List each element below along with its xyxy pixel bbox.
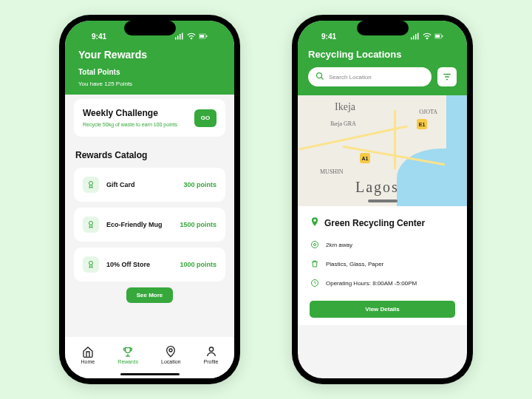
clock-icon [310,279,320,287]
locations-title: Recycling Locations [308,49,457,60]
catalog-item-gift-card[interactable]: Gift Card 300 points [74,168,225,202]
catalog-item-points: 300 points [183,181,216,188]
svg-rect-0 [175,38,177,40]
rewards-phone: 9:41 Your Rewards Total Points You have … [59,15,240,384]
reward-icon [83,177,99,193]
status-time: 9:41 [321,33,336,41]
map-label-lagos: Lagos [355,179,399,196]
challenge-card[interactable]: Weekly Challenge Recycle 50kg of waste t… [74,99,225,137]
profile-icon [205,346,217,358]
nav-profile[interactable]: Profile [204,346,219,364]
catalog-item-points: 1000 points [180,261,216,268]
catalog-item-mug[interactable]: Eco-Friendly Mug 1500 points [74,208,225,242]
view-details-button[interactable]: View Details [310,301,455,318]
svg-point-21 [317,73,322,78]
battery-icon [199,33,208,40]
svg-rect-16 [417,33,419,40]
status-time: 9:41 [92,33,106,41]
filter-button[interactable] [437,67,457,86]
catalog-title: Rewards Catalog [75,150,225,160]
wifi-icon [423,33,432,40]
svg-rect-13 [411,38,412,40]
svg-rect-19 [435,35,440,38]
signal-icon [175,33,184,40]
rewards-body: Weekly Challenge Recycle 50kg of waste t… [65,95,234,312]
nav-label: Location [161,359,180,364]
nav-label: Profile [204,359,219,364]
map-label-mushin: MUSHIN [320,168,344,175]
pin-icon [310,216,320,230]
catalog-item-discount[interactable]: 10% Off Store 1000 points [74,248,225,282]
see-more-button[interactable]: See More [126,287,174,303]
status-icons [411,33,443,40]
svg-point-9 [89,222,93,225]
distance-icon [310,240,320,249]
svg-point-4 [191,38,192,39]
location-materials: Plastics, Glass, Paper [326,261,383,267]
catalog-item-label: Eco-Friendly Mug [106,221,172,228]
location-title-row: Green Recycling Center [310,216,455,230]
nav-label: Rewards [117,359,138,364]
total-points-label: Total Points [78,68,221,76]
challenge-text: Weekly Challenge Recycle 50kg of waste t… [83,108,177,128]
rewards-screen: 9:41 Your Rewards Total Points You have … [65,21,234,378]
search-input[interactable]: Search Location [308,67,432,86]
status-icons [175,33,208,40]
svg-point-17 [426,38,428,39]
svg-point-11 [169,349,172,352]
svg-rect-6 [200,35,204,38]
location-hours-row: Operating Hours: 8:00AM -5:00PM [310,279,455,287]
svg-point-10 [89,262,93,265]
location-materials-row: Plastics, Glass, Paper [310,259,455,268]
svg-point-12 [209,347,213,351]
map-label-ikeja: Ikeja [335,101,355,113]
locations-phone: 9:41 Recycling Locations Search Location [292,15,473,384]
sheet-drag-handle[interactable] [368,200,398,202]
reward-icon [83,256,99,273]
svg-point-26 [314,244,316,246]
challenge-desc: Recycle 50kg of waste to earn 100 points [83,121,177,128]
home-indicator [120,373,180,375]
location-detail-card: Green Recycling Center 2km away Plastics… [298,206,467,325]
svg-rect-3 [182,33,183,40]
points-count: You have 125 Points [78,81,221,87]
location-icon [165,346,177,358]
map-view[interactable]: E1 A1 Ikeja OJOTA Ikeja GRA MUSHIN Lagos [298,95,467,206]
home-icon [82,346,94,358]
signal-icon [411,33,420,40]
svg-rect-15 [415,34,417,40]
location-distance-row: 2km away [310,240,455,249]
nav-rewards[interactable]: Rewards [117,346,138,364]
phone-notch [124,21,176,35]
map-road [394,110,396,169]
trash-icon [310,259,320,268]
challenge-title: Weekly Challenge [83,108,177,118]
svg-rect-2 [180,34,181,40]
reward-icon [83,216,99,233]
road-shield: A1 [360,153,370,163]
wifi-icon [187,33,196,40]
nav-location[interactable]: Location [161,346,180,364]
svg-point-8 [89,182,93,185]
catalog-item-label: 10% Off Store [106,261,172,268]
battery-icon [434,33,443,40]
nav-label: Home [81,359,95,364]
phone-notch [357,21,409,35]
location-name: Green Recycling Center [324,218,425,228]
catalog-item-label: Gift Card [106,181,176,188]
search-row: Search Location [308,67,457,86]
locations-screen: 9:41 Recycling Locations Search Location [298,21,467,378]
rewards-title: Your Rewards [78,49,221,61]
trophy-icon [122,346,134,358]
svg-rect-1 [177,35,179,39]
svg-rect-20 [442,35,443,37]
svg-rect-7 [206,35,207,37]
location-hours: Operating Hours: 8:00AM -5:00PM [326,280,417,287]
search-icon [316,70,324,83]
nav-home[interactable]: Home [81,346,95,364]
road-shield: E1 [417,119,427,129]
map-label-gra: Ikeja GRA [330,120,356,127]
go-button[interactable]: GO [194,109,216,127]
bottom-nav: Home Rewards Location Profile [65,337,234,378]
filter-icon [442,72,452,82]
